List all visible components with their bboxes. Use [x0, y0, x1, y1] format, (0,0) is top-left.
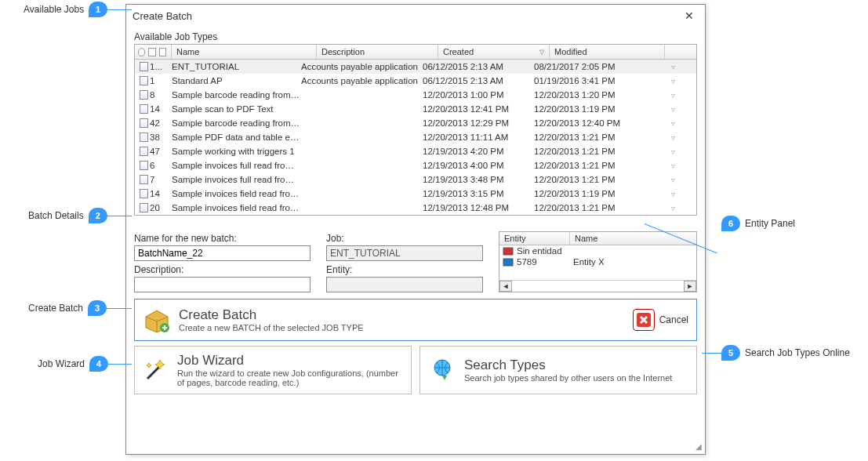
job-wizard-desc: Run the wizard to create new Job configu… [177, 368, 403, 387]
job-label: Job: [326, 233, 483, 244]
row-name: Standard AP [172, 76, 301, 85]
callout-2-text: Batch Details [28, 210, 84, 221]
row-modified: 12/20/2013 1:20 PM [534, 90, 649, 100]
cancel-button[interactable]: Cancel [633, 309, 688, 331]
col-modified[interactable]: Modified [550, 45, 665, 59]
row-created: 12/19/2013 4:20 PM [423, 147, 534, 156]
document-icon [140, 132, 148, 142]
row-modified: 12/20/2013 1:19 PM [534, 104, 649, 114]
col-created[interactable]: Created ▽ [438, 45, 550, 59]
entity-row[interactable]: 5789Entity X [499, 256, 696, 267]
row-modified: 12/20/2013 1:19 PM [534, 189, 649, 198]
entity-name [570, 246, 696, 256]
close-icon[interactable]: ✕ [680, 8, 699, 24]
document-icon [140, 203, 148, 212]
table-row[interactable]: 1...ENT_TUTORIALAccounts payable applica… [135, 60, 696, 74]
col-icons[interactable] [135, 45, 172, 59]
callout-6-text: Entity Panel [745, 218, 795, 229]
description-input[interactable] [134, 277, 311, 292]
row-created: 06/12/2015 2:13 AM [423, 62, 534, 71]
flag-icon[interactable]: ▿ [649, 119, 696, 128]
svg-rect-0 [503, 248, 513, 255]
entity-col-name[interactable]: Name [570, 232, 696, 245]
row-created: 12/20/2013 1:00 PM [423, 90, 534, 100]
cancel-x-icon [633, 309, 655, 331]
box-plus-icon [143, 306, 171, 334]
flag-icon[interactable]: ▿ [649, 162, 696, 170]
row-name: Sample barcode reading from P... [172, 118, 301, 128]
table-row[interactable]: 42Sample barcode reading from P...12/20/… [135, 116, 696, 130]
row-created: 12/20/2013 12:41 PM [423, 104, 534, 114]
table-row[interactable]: 47Sample working with triggers 112/19/20… [135, 144, 696, 158]
job-types-table: Name Description Created ▽ Modified 1...… [134, 44, 697, 216]
row-count: 42 [150, 118, 165, 128]
row-count: 6 [150, 161, 165, 170]
row-count: 20 [150, 203, 165, 212]
entity-label: Entity: [326, 264, 483, 275]
scroll-right-icon[interactable]: ► [684, 281, 696, 292]
callout-4-bubble: 4 [89, 356, 108, 372]
table-row[interactable]: 8Sample barcode reading from sc...12/20/… [135, 88, 696, 102]
dialog-title: Create Batch [133, 10, 192, 22]
row-name: Sample PDF data and table extr... [172, 132, 301, 142]
table-row[interactable]: 20Sample invoices field read from ...12/… [135, 201, 696, 215]
flag-icon[interactable]: ▿ [649, 147, 696, 156]
gear-icon [148, 48, 155, 56]
col-description[interactable]: Description [317, 45, 438, 59]
flag-icon[interactable]: ▿ [649, 63, 696, 71]
search-types-button[interactable]: Search Types Search job types shared by … [419, 346, 697, 394]
create-batch-dialog: Create Batch ✕ Available Job Types Name … [125, 4, 706, 455]
callout-3-bubble: 3 [88, 300, 107, 316]
entity-col-entity[interactable]: Entity [499, 232, 570, 245]
sort-desc-icon: ▽ [539, 49, 544, 56]
flag-icon[interactable]: ▿ [649, 133, 696, 142]
create-batch-button[interactable]: Create Batch Create a new BATCH of the s… [134, 299, 697, 341]
row-created: 12/19/2013 3:48 PM [423, 175, 534, 184]
clock-icon [138, 48, 145, 56]
col-created-label: Created [443, 47, 474, 56]
row-count: 14 [150, 104, 165, 114]
job-wizard-button[interactable]: Job Wizard Run the wizard to create new … [134, 346, 412, 394]
col-flag[interactable] [665, 45, 696, 59]
create-batch-desc: Create a new BATCH of the selected JOB T… [179, 323, 364, 332]
flag-icon[interactable]: ▿ [649, 105, 696, 114]
row-name: ENT_TUTORIAL [172, 62, 301, 71]
row-modified: 12/20/2013 1:21 PM [534, 161, 649, 170]
flag-icon[interactable]: ▿ [649, 91, 696, 100]
flag-icon[interactable]: ▿ [649, 77, 696, 85]
row-modified: 12/20/2013 12:40 PM [534, 118, 649, 128]
description-label: Description: [134, 264, 311, 275]
batch-name-label: Name for the new batch: [134, 233, 311, 244]
flag-icon[interactable]: ▿ [649, 190, 696, 198]
entity-field [326, 277, 483, 292]
row-count: 7 [150, 175, 165, 184]
table-row[interactable]: 6Sample invoices full read from P...12/1… [135, 158, 696, 172]
entity-icon [503, 246, 514, 256]
row-count: 8 [150, 90, 165, 100]
callout-1-text: Available Jobs [24, 4, 84, 15]
cancel-label: Cancel [659, 314, 688, 325]
row-count: 1 [150, 76, 165, 85]
entity-scrollbar[interactable]: ◄ ► [499, 280, 696, 292]
table-row[interactable]: 38Sample PDF data and table extr...12/20… [135, 130, 696, 144]
table-row[interactable]: 14Sample scan to PDF Text12/20/2013 12:4… [135, 102, 696, 116]
table-row[interactable]: 14Sample invoices field read from ...12/… [135, 187, 696, 201]
table-header: Name Description Created ▽ Modified [135, 45, 696, 60]
table-row[interactable]: 7Sample invoices full read from s...12/1… [135, 172, 696, 187]
batch-name-input[interactable] [134, 245, 311, 261]
row-created: 12/20/2013 11:11 AM [423, 132, 534, 142]
row-created: 12/20/2013 12:29 PM [423, 118, 534, 128]
row-name: Sample invoices field read from ... [172, 203, 301, 212]
document-icon [140, 76, 148, 85]
col-name[interactable]: Name [172, 45, 317, 59]
row-created: 12/19/2013 12:48 PM [423, 203, 534, 212]
create-batch-title: Create Batch [179, 307, 364, 323]
document-icon [140, 90, 148, 100]
table-row[interactable]: 1Standard APAccounts payable application… [135, 74, 696, 88]
flag-icon[interactable]: ▿ [649, 176, 696, 184]
entity-row[interactable]: Sin entidad [499, 245, 696, 256]
scroll-left-icon[interactable]: ◄ [499, 281, 512, 292]
resize-grip-icon[interactable]: ◢ [695, 442, 702, 451]
document-icon [140, 189, 148, 198]
flag-icon[interactable]: ▿ [649, 204, 696, 212]
